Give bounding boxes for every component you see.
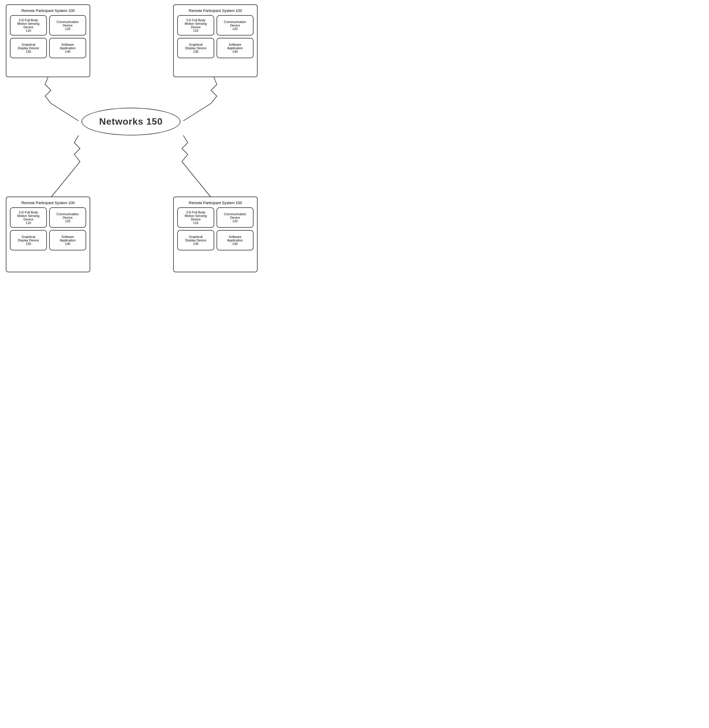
system-br-title: Remote Participant System 100 bbox=[177, 201, 254, 205]
device-bl-3: SoftwareApplication140 bbox=[49, 230, 86, 250]
device-br-1: CommunicationDevice120 bbox=[217, 207, 254, 228]
system-top-right: Remote Participant System 100 3-D Full B… bbox=[173, 4, 258, 77]
device-br-3: SoftwareApplication140 bbox=[217, 230, 254, 250]
device-tr-1: CommunicationDevice120 bbox=[217, 15, 254, 35]
device-tl-0: 3-D Full BodyMotion SensingDevice110 bbox=[10, 15, 47, 35]
network-label: Networks 150 bbox=[99, 116, 163, 127]
network-ellipse: Networks 150 bbox=[82, 108, 181, 135]
system-bottom-right: Remote Participant System 100 3-D Full B… bbox=[173, 197, 258, 272]
device-tl-1: CommunicationDevice120 bbox=[49, 15, 86, 35]
device-bl-1: CommunicationDevice120 bbox=[49, 207, 86, 228]
device-tr-2: GraphicalDisplay Device130 bbox=[177, 38, 214, 58]
device-bl-0: 3-D Full BodyMotion SensingDevice110 bbox=[10, 207, 47, 228]
device-br-2: GraphicalDisplay Device130 bbox=[177, 230, 214, 250]
device-bl-2: GraphicalDisplay Device130 bbox=[10, 230, 47, 250]
device-tr-3: SoftwareApplication140 bbox=[217, 38, 254, 58]
system-tr-title: Remote Participant System 100 bbox=[177, 9, 254, 13]
system-top-left: Remote Participant System 100 3-D Full B… bbox=[6, 4, 90, 77]
diagram-container: Remote Participant System 100 3-D Full B… bbox=[0, 0, 262, 277]
system-bl-title: Remote Participant System 100 bbox=[10, 201, 86, 205]
device-tl-2: GraphicalDisplay Device130 bbox=[10, 38, 47, 58]
device-br-0: 3-D Full BodyMotion SensingDevice110 bbox=[177, 207, 214, 228]
system-bottom-left: Remote Participant System 100 3-D Full B… bbox=[6, 197, 90, 272]
device-tl-3: SoftwareApplication140 bbox=[49, 38, 86, 58]
device-tr-0: 3-D Full BodyMotion SensingDevice110 bbox=[177, 15, 214, 35]
system-tl-title: Remote Participant System 100 bbox=[10, 9, 86, 13]
